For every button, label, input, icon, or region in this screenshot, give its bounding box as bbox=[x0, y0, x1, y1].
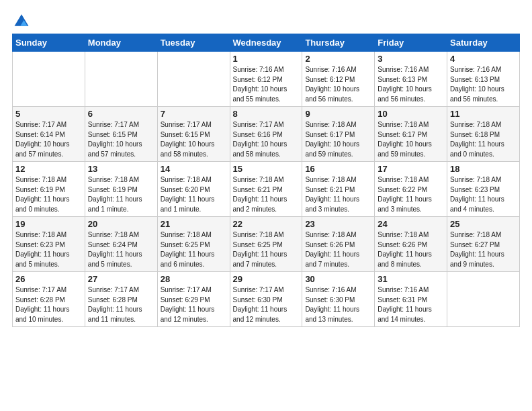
day-info: Sunrise: 7:16 AM Sunset: 6:12 PM Dayligh… bbox=[305, 65, 371, 104]
day-cell: 7Sunrise: 7:17 AM Sunset: 6:15 PM Daylig… bbox=[157, 107, 230, 162]
day-info: Sunrise: 7:18 AM Sunset: 6:26 PM Dayligh… bbox=[378, 230, 444, 269]
header-monday: Monday bbox=[85, 34, 157, 52]
day-cell: 11Sunrise: 7:18 AM Sunset: 6:18 PM Dayli… bbox=[447, 107, 520, 162]
day-info: Sunrise: 7:18 AM Sunset: 6:22 PM Dayligh… bbox=[378, 175, 444, 214]
day-info: Sunrise: 7:16 AM Sunset: 6:31 PM Dayligh… bbox=[378, 285, 444, 324]
day-cell: 15Sunrise: 7:18 AM Sunset: 6:21 PM Dayli… bbox=[230, 162, 302, 217]
day-number: 22 bbox=[233, 219, 300, 229]
day-cell: 14Sunrise: 7:18 AM Sunset: 6:20 PM Dayli… bbox=[157, 162, 230, 217]
header-tuesday: Tuesday bbox=[157, 34, 230, 52]
header-row: SundayMondayTuesdayWednesdayThursdayFrid… bbox=[13, 34, 520, 52]
day-cell: 19Sunrise: 7:18 AM Sunset: 6:23 PM Dayli… bbox=[13, 217, 85, 272]
day-number: 16 bbox=[305, 164, 371, 174]
day-number: 10 bbox=[378, 109, 444, 119]
day-cell: 6Sunrise: 7:17 AM Sunset: 6:15 PM Daylig… bbox=[85, 107, 157, 162]
day-info: Sunrise: 7:16 AM Sunset: 6:12 PM Dayligh… bbox=[233, 65, 300, 104]
day-number: 31 bbox=[378, 274, 444, 284]
day-info: Sunrise: 7:17 AM Sunset: 6:15 PM Dayligh… bbox=[88, 120, 154, 159]
week-row-2: 12Sunrise: 7:18 AM Sunset: 6:19 PM Dayli… bbox=[13, 162, 520, 217]
day-info: Sunrise: 7:18 AM Sunset: 6:19 PM Dayligh… bbox=[88, 175, 154, 214]
day-cell: 31Sunrise: 7:16 AM Sunset: 6:31 PM Dayli… bbox=[375, 272, 447, 327]
logo bbox=[12, 11, 32, 30]
day-number: 18 bbox=[450, 164, 517, 174]
header-saturday: Saturday bbox=[447, 34, 520, 52]
day-number: 3 bbox=[378, 54, 444, 64]
day-cell: 28Sunrise: 7:17 AM Sunset: 6:29 PM Dayli… bbox=[157, 272, 230, 327]
day-number: 15 bbox=[233, 164, 300, 174]
day-number: 13 bbox=[88, 164, 154, 174]
day-cell: 18Sunrise: 7:18 AM Sunset: 6:23 PM Dayli… bbox=[447, 162, 520, 217]
day-cell: 9Sunrise: 7:18 AM Sunset: 6:17 PM Daylig… bbox=[302, 107, 375, 162]
day-cell: 13Sunrise: 7:18 AM Sunset: 6:19 PM Dayli… bbox=[85, 162, 157, 217]
day-cell: 17Sunrise: 7:18 AM Sunset: 6:22 PM Dayli… bbox=[375, 162, 447, 217]
day-number: 28 bbox=[161, 274, 227, 284]
day-number: 6 bbox=[88, 109, 154, 119]
day-info: Sunrise: 7:17 AM Sunset: 6:30 PM Dayligh… bbox=[233, 285, 300, 324]
day-cell: 22Sunrise: 7:18 AM Sunset: 6:25 PM Dayli… bbox=[230, 217, 302, 272]
day-number: 8 bbox=[233, 109, 300, 119]
calendar-page: SundayMondayTuesdayWednesdayThursdayFrid… bbox=[0, 0, 532, 411]
day-info: Sunrise: 7:18 AM Sunset: 6:25 PM Dayligh… bbox=[233, 230, 300, 269]
day-number: 30 bbox=[305, 274, 371, 284]
day-cell: 30Sunrise: 7:16 AM Sunset: 6:30 PM Dayli… bbox=[302, 272, 375, 327]
day-number: 14 bbox=[161, 164, 227, 174]
day-info: Sunrise: 7:17 AM Sunset: 6:28 PM Dayligh… bbox=[88, 285, 154, 324]
day-cell: 27Sunrise: 7:17 AM Sunset: 6:28 PM Dayli… bbox=[85, 272, 157, 327]
day-info: Sunrise: 7:18 AM Sunset: 6:27 PM Dayligh… bbox=[450, 230, 517, 269]
day-cell bbox=[157, 52, 230, 107]
day-cell bbox=[447, 272, 520, 327]
logo-icon bbox=[12, 11, 31, 30]
day-number: 23 bbox=[305, 219, 371, 229]
header-sunday: Sunday bbox=[13, 34, 85, 52]
day-number: 11 bbox=[450, 109, 517, 119]
day-cell: 16Sunrise: 7:18 AM Sunset: 6:21 PM Dayli… bbox=[302, 162, 375, 217]
day-info: Sunrise: 7:18 AM Sunset: 6:26 PM Dayligh… bbox=[305, 230, 371, 269]
day-info: Sunrise: 7:17 AM Sunset: 6:28 PM Dayligh… bbox=[15, 285, 82, 324]
day-cell: 4Sunrise: 7:16 AM Sunset: 6:13 PM Daylig… bbox=[447, 52, 520, 107]
day-number: 5 bbox=[15, 109, 82, 119]
day-number: 27 bbox=[88, 274, 154, 284]
week-row-4: 26Sunrise: 7:17 AM Sunset: 6:28 PM Dayli… bbox=[13, 272, 520, 327]
day-cell: 2Sunrise: 7:16 AM Sunset: 6:12 PM Daylig… bbox=[302, 52, 375, 107]
week-row-3: 19Sunrise: 7:18 AM Sunset: 6:23 PM Dayli… bbox=[13, 217, 520, 272]
header-friday: Friday bbox=[375, 34, 447, 52]
day-cell: 5Sunrise: 7:17 AM Sunset: 6:14 PM Daylig… bbox=[13, 107, 85, 162]
day-number: 26 bbox=[15, 274, 82, 284]
day-info: Sunrise: 7:17 AM Sunset: 6:15 PM Dayligh… bbox=[161, 120, 227, 159]
day-info: Sunrise: 7:18 AM Sunset: 6:23 PM Dayligh… bbox=[450, 175, 517, 214]
day-number: 1 bbox=[233, 54, 300, 64]
day-number: 12 bbox=[15, 164, 82, 174]
day-cell: 25Sunrise: 7:18 AM Sunset: 6:27 PM Dayli… bbox=[447, 217, 520, 272]
day-number: 2 bbox=[305, 54, 371, 64]
day-cell: 29Sunrise: 7:17 AM Sunset: 6:30 PM Dayli… bbox=[230, 272, 302, 327]
header-wednesday: Wednesday bbox=[230, 34, 302, 52]
day-cell bbox=[13, 52, 85, 107]
day-info: Sunrise: 7:16 AM Sunset: 6:13 PM Dayligh… bbox=[378, 65, 444, 104]
day-info: Sunrise: 7:18 AM Sunset: 6:24 PM Dayligh… bbox=[88, 230, 154, 269]
week-row-1: 5Sunrise: 7:17 AM Sunset: 6:14 PM Daylig… bbox=[13, 107, 520, 162]
day-cell: 12Sunrise: 7:18 AM Sunset: 6:19 PM Dayli… bbox=[13, 162, 85, 217]
header-thursday: Thursday bbox=[302, 34, 375, 52]
week-row-0: 1Sunrise: 7:16 AM Sunset: 6:12 PM Daylig… bbox=[13, 52, 520, 107]
day-info: Sunrise: 7:18 AM Sunset: 6:17 PM Dayligh… bbox=[305, 120, 371, 159]
day-cell: 3Sunrise: 7:16 AM Sunset: 6:13 PM Daylig… bbox=[375, 52, 447, 107]
day-info: Sunrise: 7:18 AM Sunset: 6:25 PM Dayligh… bbox=[161, 230, 227, 269]
day-cell bbox=[85, 52, 157, 107]
day-number: 17 bbox=[378, 164, 444, 174]
day-number: 21 bbox=[161, 219, 227, 229]
day-cell: 1Sunrise: 7:16 AM Sunset: 6:12 PM Daylig… bbox=[230, 52, 302, 107]
day-number: 29 bbox=[233, 274, 300, 284]
day-info: Sunrise: 7:16 AM Sunset: 6:30 PM Dayligh… bbox=[305, 285, 371, 324]
day-info: Sunrise: 7:18 AM Sunset: 6:20 PM Dayligh… bbox=[161, 175, 227, 214]
day-info: Sunrise: 7:17 AM Sunset: 6:16 PM Dayligh… bbox=[233, 120, 300, 159]
day-info: Sunrise: 7:18 AM Sunset: 6:17 PM Dayligh… bbox=[378, 120, 444, 159]
day-number: 19 bbox=[15, 219, 82, 229]
day-cell: 23Sunrise: 7:18 AM Sunset: 6:26 PM Dayli… bbox=[302, 217, 375, 272]
day-number: 25 bbox=[450, 219, 517, 229]
day-info: Sunrise: 7:18 AM Sunset: 6:23 PM Dayligh… bbox=[15, 230, 82, 269]
day-number: 4 bbox=[450, 54, 517, 64]
header bbox=[12, 7, 520, 30]
calendar-table: SundayMondayTuesdayWednesdayThursdayFrid… bbox=[12, 34, 520, 327]
day-cell: 20Sunrise: 7:18 AM Sunset: 6:24 PM Dayli… bbox=[85, 217, 157, 272]
day-cell: 26Sunrise: 7:17 AM Sunset: 6:28 PM Dayli… bbox=[13, 272, 85, 327]
